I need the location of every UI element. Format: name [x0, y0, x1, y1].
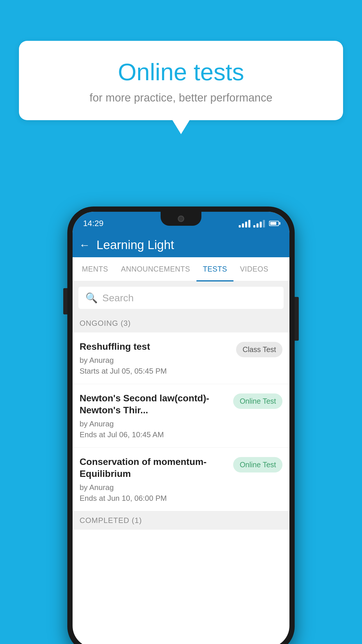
status-icons — [239, 219, 279, 228]
test-name: Reshuffling test — [80, 341, 231, 353]
tab-announcements[interactable]: ANNOUNCEMENTS — [115, 257, 196, 281]
test-name: Newton's Second law(contd)-Newton's Thir… — [80, 392, 229, 416]
status-time: 14:29 — [83, 219, 103, 228]
test-author: by Anurag — [80, 356, 231, 365]
phone-outer: 14:29 — [67, 206, 295, 644]
speech-bubble: Online tests for more practice, better p… — [19, 41, 343, 120]
completed-section-header: COMPLETED (1) — [73, 511, 289, 530]
search-container: 🔍 Search — [73, 281, 289, 314]
phone-frame: 14:29 — [67, 206, 295, 644]
test-badge: Online Test — [233, 457, 282, 473]
test-item[interactable]: Newton's Second law(contd)-Newton's Thir… — [73, 384, 289, 448]
ongoing-label: ONGOING (3) — [80, 319, 131, 328]
test-badge: Class Test — [236, 342, 282, 357]
test-time: Ends at Jul 06, 10:45 AM — [80, 430, 229, 439]
back-button[interactable]: ← — [79, 239, 90, 251]
tab-ments[interactable]: MENTS — [75, 257, 115, 281]
completed-label: COMPLETED (1) — [80, 516, 142, 525]
camera-dot — [178, 216, 184, 222]
battery-icon — [269, 221, 279, 226]
tab-videos[interactable]: VIDEOS — [233, 257, 275, 281]
test-author: by Anurag — [80, 419, 229, 428]
bubble-subtitle: for more practice, better performance — [34, 92, 328, 104]
speech-bubble-container: Online tests for more practice, better p… — [19, 41, 343, 120]
test-name: Conservation of momentum-Equilibrium — [80, 456, 229, 480]
test-info: Conservation of momentum-Equilibrium by … — [80, 456, 229, 503]
wifi-icon — [239, 219, 250, 228]
signal-icon — [253, 219, 265, 228]
app-header: ← Learning Light — [73, 233, 289, 257]
ongoing-section-header: ONGOING (3) — [73, 314, 289, 332]
test-info: Newton's Second law(contd)-Newton's Thir… — [80, 392, 229, 439]
phone-inner: 14:29 — [73, 212, 289, 644]
test-badge: Online Test — [233, 393, 282, 409]
test-time: Starts at Jul 05, 05:45 PM — [80, 367, 231, 376]
bubble-title: Online tests — [34, 58, 328, 86]
phone-notch — [161, 212, 201, 226]
test-item[interactable]: Conservation of momentum-Equilibrium by … — [73, 448, 289, 511]
app-title: Learning Light — [96, 238, 174, 252]
test-item[interactable]: Reshuffling test by Anurag Starts at Jul… — [73, 332, 289, 384]
search-placeholder: Search — [102, 292, 134, 304]
test-info: Reshuffling test by Anurag Starts at Jul… — [80, 341, 231, 376]
tabs-bar: MENTS ANNOUNCEMENTS TESTS VIDEOS — [73, 257, 289, 281]
tab-tests[interactable]: TESTS — [196, 257, 233, 281]
search-icon: 🔍 — [85, 292, 98, 304]
test-time: Ends at Jun 10, 06:00 PM — [80, 494, 229, 503]
test-author: by Anurag — [80, 483, 229, 492]
search-bar[interactable]: 🔍 Search — [78, 287, 284, 309]
